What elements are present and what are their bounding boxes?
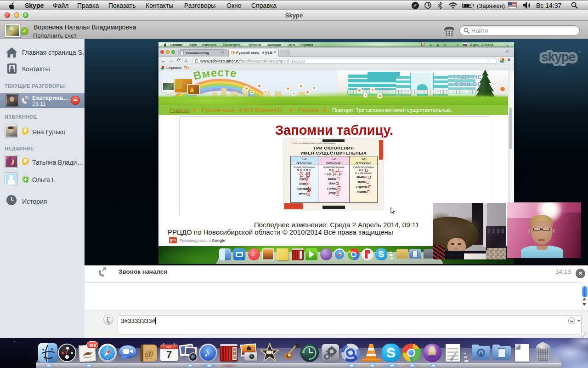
svg-text:™: ™ <box>578 51 581 54</box>
svg-text:skype: skype <box>541 50 576 64</box>
